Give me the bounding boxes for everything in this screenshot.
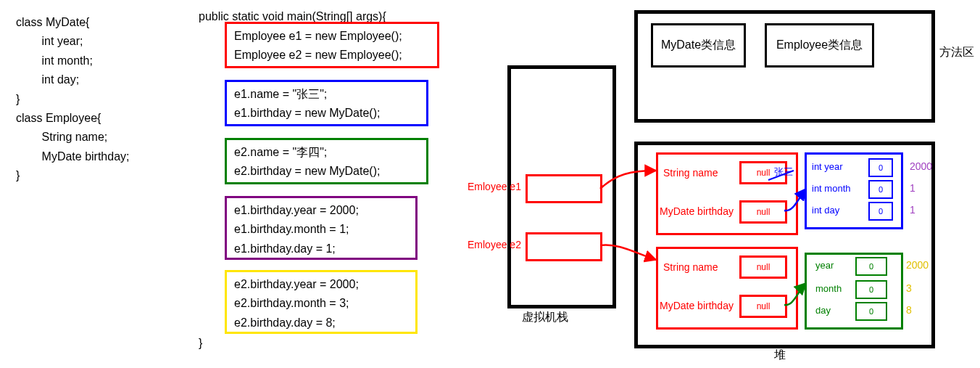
method-area-label: 方法区 (939, 45, 974, 60)
heap-e2-name-slot: null (739, 255, 787, 279)
mydate2-day-val: 8 (906, 304, 912, 316)
code-left-block: class MyDate{ int year; int month; int d… (16, 13, 130, 186)
code-purple-box: e1.birthday.year = 2000; e1.birthday.mon… (225, 196, 418, 260)
stack-e2-label: Emloyee e2 (468, 239, 521, 250)
code-blue-box: e1.name = "张三"; e1.birthday = new MyDate… (225, 80, 428, 126)
mydate2-year-label: year (815, 260, 834, 271)
code-line: e1.birthday.day = 1; (234, 240, 415, 258)
mydate-class-label: MyDate类信息 (661, 38, 736, 53)
mydate1-month-val: 1 (910, 182, 915, 194)
heap-e2-birthday-label: MyDate birthday (660, 300, 734, 311)
heap-e1-birthday-null: null (757, 207, 771, 217)
code-line: e2.name = "李四"; (234, 143, 426, 162)
mydate1-year-zero: 0 (879, 163, 883, 172)
mydate1-month-zero: 0 (879, 185, 883, 194)
code-line: } (16, 90, 130, 109)
mydate1-month-slot: 0 (868, 180, 893, 199)
mydate1-year-slot: 0 (868, 158, 893, 177)
code-line: e1.birthday.year = 2000; (234, 201, 415, 220)
mydate2-year-zero: 0 (869, 262, 873, 271)
heap-e1-name-null: null (757, 168, 771, 178)
code-line: e1.birthday = new MyDate(); (234, 104, 426, 123)
heap-e1-name-value: 张三 (774, 165, 793, 179)
heap-label: 堆 (774, 348, 786, 363)
mydate-class-box: MyDate类信息 (651, 23, 746, 68)
heap-e1-birthday-slot: null (739, 200, 787, 224)
stack-e2-box (526, 232, 602, 261)
employee-class-label: Employee类信息 (776, 38, 863, 53)
code-line: e2.birthday.day = 8; (234, 314, 415, 332)
heap-e2-birthday-slot: null (739, 295, 787, 318)
code-line: e2.birthday.month = 3; (234, 294, 415, 313)
heap-e1-name-label: String name (663, 167, 718, 179)
code-line: MyDate birthday; (16, 147, 130, 166)
code-line: class MyDate{ (16, 13, 130, 32)
code-line: String name; (16, 128, 130, 147)
code-line: e1.birthday.month = 1; (234, 220, 415, 239)
mydate1-day-slot: 0 (868, 202, 893, 221)
code-line: Employee e2 = new Employee(); (234, 46, 437, 65)
code-red-box: Employee e1 = new Employee(); Employee e… (225, 22, 439, 68)
code-line: class Employee{ (16, 109, 130, 128)
mydate1-month-label: int month (812, 183, 850, 194)
mydate2-year-val: 2000 (906, 259, 929, 271)
code-line: int year; (16, 32, 130, 51)
mydate1-year-label: int year (812, 161, 843, 172)
mydate2-day-label: day (815, 305, 831, 316)
mydate1-day-val: 1 (910, 204, 915, 216)
mydate2-month-slot: 0 (855, 280, 887, 299)
code-yellow-box: e2.birthday.year = 2000; e2.birthday.mon… (225, 270, 418, 334)
mydate1-day-label: int day (812, 205, 839, 216)
heap-e2-name-null: null (757, 262, 771, 272)
employee-class-box: Employee类信息 (765, 23, 874, 68)
mydate2-day-slot: 0 (855, 302, 887, 321)
heap-e2-birthday-null: null (757, 301, 771, 311)
vm-stack-label: 虚拟机栈 (522, 310, 568, 325)
code-line: int day; (16, 70, 130, 89)
code-main-footer: } (199, 334, 202, 353)
mydate1-day-zero: 0 (879, 207, 883, 216)
code-line: } (16, 166, 130, 185)
mydate1-year-val: 2000 (910, 160, 932, 172)
code-line: e2.birthday.year = 2000; (234, 275, 415, 294)
mydate2-year-slot: 0 (855, 257, 887, 276)
heap-e1-birthday-label: MyDate birthday (660, 205, 734, 217)
stack-e1-label: Emloyee e1 (468, 181, 521, 192)
heap-e2-name-label: String name (663, 261, 718, 273)
code-line: e1.name = "张三"; (234, 85, 426, 104)
stack-e1-box (526, 174, 602, 203)
mydate2-month-zero: 0 (869, 285, 873, 294)
mydate2-day-zero: 0 (869, 307, 873, 316)
mydate2-month-label: month (815, 283, 842, 294)
code-line: e2.birthday = new MyDate(); (234, 162, 426, 181)
code-line: Employee e1 = new Employee(); (234, 27, 437, 46)
code-line: int month; (16, 52, 130, 70)
code-green-box: e2.name = "李四"; e2.birthday = new MyDate… (225, 138, 428, 184)
mydate2-month-val: 3 (906, 282, 912, 294)
